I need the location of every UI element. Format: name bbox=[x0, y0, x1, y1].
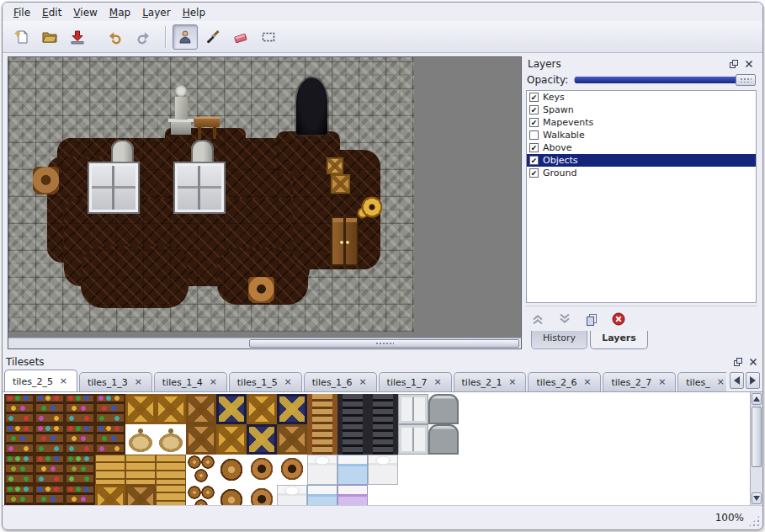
tileset-tab-tiles_1_5[interactable]: tiles_1_5× bbox=[229, 372, 302, 391]
tab-scroll-right-button[interactable] bbox=[746, 372, 760, 389]
delete-layer-button[interactable] bbox=[608, 310, 629, 328]
tab-close-icon[interactable]: × bbox=[582, 377, 592, 388]
duplicate-layer-button[interactable] bbox=[582, 310, 602, 328]
tileset-tile-bed-white[interactable] bbox=[307, 455, 337, 485]
save-button[interactable] bbox=[65, 24, 90, 50]
tileset-tile-crate-gold[interactable] bbox=[156, 394, 186, 424]
tileset-tile-pot[interactable] bbox=[277, 455, 307, 485]
tileset-tile-plank[interactable] bbox=[156, 485, 186, 505]
tileset-tile-plank[interactable] bbox=[156, 455, 186, 485]
tileset-tab-tiles_2_7[interactable]: tiles_2_7× bbox=[603, 372, 676, 391]
tab-close-icon[interactable]: × bbox=[58, 376, 69, 387]
scrollbar-thumb[interactable] bbox=[249, 339, 519, 348]
tileset-tile-empty[interactable] bbox=[428, 485, 459, 505]
tab-close-icon[interactable]: × bbox=[656, 377, 667, 388]
tileset-tile-bed-white[interactable] bbox=[368, 455, 398, 485]
raise-layer-button[interactable] bbox=[528, 310, 548, 328]
tileset-tile-crate-gold[interactable] bbox=[247, 394, 277, 424]
scroll-up-button[interactable] bbox=[752, 393, 762, 405]
tileset-tab-tiles_1_3[interactable]: tiles_1_3× bbox=[79, 372, 152, 391]
window-resize-grip[interactable] bbox=[748, 515, 760, 527]
layer-row-mapevents[interactable]: ✔Mapevents bbox=[527, 116, 756, 129]
tab-close-icon[interactable]: × bbox=[133, 377, 144, 388]
tileset-tile-empty[interactable] bbox=[368, 485, 398, 505]
layer-row-objects[interactable]: ✔Objects bbox=[527, 154, 756, 167]
menu-file[interactable]: File bbox=[8, 5, 36, 20]
layer-visibility-checkbox[interactable]: ✔ bbox=[529, 168, 539, 178]
lower-layer-button[interactable] bbox=[555, 310, 575, 328]
tileset-tile-sack[interactable] bbox=[125, 424, 156, 455]
undo-button[interactable] bbox=[103, 24, 128, 50]
tileset-tile-door-white[interactable] bbox=[398, 424, 428, 455]
map-horizontal-scrollbar[interactable] bbox=[8, 338, 521, 348]
tileset-tile-shelf-a[interactable] bbox=[4, 394, 35, 424]
menu-layer[interactable]: Layer bbox=[136, 5, 176, 20]
tab-close-icon[interactable]: × bbox=[358, 377, 369, 388]
tileset-tile-crate-tan[interactable] bbox=[186, 394, 216, 424]
selection-tool-button[interactable] bbox=[256, 24, 281, 50]
layer-visibility-checkbox[interactable]: ✔ bbox=[529, 156, 539, 165]
tileset-tile-door-white[interactable] bbox=[398, 394, 428, 424]
tileset-tile-crate-tan[interactable] bbox=[186, 424, 216, 455]
tileset-tile-ladder-brown[interactable] bbox=[307, 394, 337, 424]
tileset-tile-crate-tan[interactable] bbox=[277, 424, 307, 455]
tab-close-icon[interactable]: × bbox=[208, 377, 219, 388]
tab-close-icon[interactable]: × bbox=[507, 377, 518, 388]
tileset-tile-crate-navy[interactable] bbox=[216, 394, 247, 424]
layer-visibility-checkbox[interactable]: ✔ bbox=[529, 143, 539, 152]
layer-row-above[interactable]: ✔Above bbox=[527, 141, 756, 154]
layer-row-spawn[interactable]: ✔Spawn bbox=[527, 104, 756, 116]
tileset-tile-shelf-b[interactable] bbox=[95, 424, 125, 455]
tileset-tile-bed-white[interactable] bbox=[277, 485, 307, 505]
tileset-tile-bed-blue[interactable] bbox=[337, 455, 368, 485]
tileset-tile-shelf-a[interactable] bbox=[65, 394, 95, 424]
tileset-tab-tiles_1_4[interactable]: tiles_1_4× bbox=[154, 372, 227, 391]
tileset-tile-shelf-green[interactable] bbox=[4, 455, 35, 485]
tileset-tile-barrels[interactable] bbox=[186, 485, 216, 505]
tileset-tab-tiles_1_7[interactable]: tiles_1_7× bbox=[379, 372, 452, 391]
tileset-tile-barrels[interactable] bbox=[186, 455, 216, 485]
menu-view[interactable]: View bbox=[67, 5, 103, 20]
tileset-tile-shelf-b[interactable] bbox=[35, 485, 65, 505]
tab-layers[interactable]: Layers bbox=[590, 331, 648, 349]
layer-row-keys[interactable]: ✔Keys bbox=[527, 91, 756, 104]
tileset-tile-shelf-green[interactable] bbox=[4, 485, 35, 505]
new-file-button[interactable] bbox=[9, 24, 35, 50]
tileset-tile-shelf-a[interactable] bbox=[65, 424, 95, 455]
tileset-tile-ladder-dark[interactable] bbox=[337, 394, 368, 424]
eraser-tool-button[interactable] bbox=[228, 24, 253, 50]
tileset-tile-plank[interactable] bbox=[95, 455, 125, 485]
scroll-down-button[interactable] bbox=[752, 492, 762, 504]
tileset-tile-crate-navy[interactable] bbox=[277, 394, 307, 424]
tileset-tile-ladder-brown[interactable] bbox=[307, 424, 337, 455]
tileset-tile-crate-gold[interactable] bbox=[125, 394, 156, 424]
tileset-tab-tiles_2_6[interactable]: tiles_2_6× bbox=[528, 372, 601, 391]
tileset-tab-tiles_1_6[interactable]: tiles_1_6× bbox=[304, 372, 377, 391]
tileset-tile-sack[interactable] bbox=[156, 424, 186, 455]
open-file-button[interactable] bbox=[37, 24, 62, 50]
layer-visibility-checkbox[interactable] bbox=[529, 130, 539, 140]
tileset-tile-plank[interactable] bbox=[125, 455, 156, 485]
tileset-vertical-scrollbar[interactable] bbox=[750, 392, 762, 505]
layer-visibility-checkbox[interactable]: ✔ bbox=[529, 118, 539, 127]
tab-scroll-left-button[interactable] bbox=[730, 372, 744, 389]
tileset-tile-crate-gold[interactable] bbox=[95, 485, 125, 505]
tileset-tile-empty[interactable] bbox=[428, 455, 459, 485]
layer-visibility-checkbox[interactable]: ✔ bbox=[529, 105, 539, 114]
tileset-tile-shelf-a[interactable] bbox=[35, 455, 65, 485]
tileset-tab-tiles_[interactable]: tiles_× bbox=[677, 372, 726, 391]
menu-map[interactable]: Map bbox=[104, 5, 136, 20]
stamp-tool-button[interactable] bbox=[173, 24, 198, 50]
redo-button[interactable] bbox=[130, 24, 156, 50]
tileset-tile-door-stone[interactable] bbox=[428, 394, 459, 424]
tileset-tab-tiles_2_1[interactable]: tiles_2_1× bbox=[454, 372, 527, 391]
tileset-tile-empty[interactable] bbox=[398, 455, 428, 485]
tab-close-icon[interactable]: × bbox=[433, 377, 444, 388]
menu-edit[interactable]: Edit bbox=[36, 5, 67, 20]
opacity-slider[interactable] bbox=[574, 73, 756, 86]
tileset-tile-shelf-b[interactable] bbox=[4, 424, 35, 455]
tileset-tile-ladder-dark[interactable] bbox=[368, 424, 398, 455]
tileset-tile-barrel[interactable] bbox=[216, 485, 247, 505]
tileset-tile-door-stone[interactable] bbox=[428, 424, 459, 455]
tileset-tile-crate-navy[interactable] bbox=[247, 424, 277, 455]
